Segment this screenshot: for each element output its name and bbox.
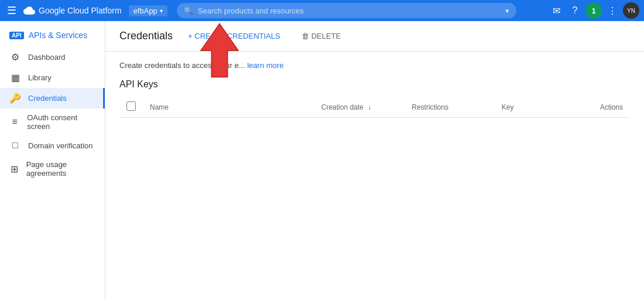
table-header-actions: Actions [593,97,630,118]
table-header-name: Name [143,97,314,118]
hamburger-icon[interactable]: ☰ [5,2,19,19]
api-keys-table: Name Creation date ↓ Restrictions Key Ac… [119,97,630,118]
table-header-row: Name Creation date ↓ Restrictions Key Ac… [119,97,630,118]
table-header-restrictions: Restrictions [405,97,494,118]
sidebar-item-label: Library [28,73,52,82]
api-badge: API [9,32,24,39]
search-bar[interactable]: 🔍 ▾ [177,3,516,18]
sidebar-item-page-usage[interactable]: ⊞ Page usage agreements [0,155,105,182]
sidebar-item-credentials[interactable]: 🔑 Credentials [0,88,105,108]
delete-button[interactable]: 🗑 DELETE [296,28,347,44]
project-selector[interactable]: efbApp ▾ [129,5,167,16]
project-chevron-icon: ▾ [160,8,163,14]
cloud-icon [23,5,35,16]
oauth-icon: ≡ [9,117,20,127]
avatar-initials: YN [627,8,635,14]
app-logo: Google Cloud Platform [23,5,122,16]
sidebar-item-label: Credentials [28,94,67,103]
logo-text: Google Cloud Platform [39,6,122,15]
project-name: efbApp [133,6,157,15]
sidebar-item-domain[interactable]: □ Domain verification [0,135,105,155]
sidebar: API APIs & Services ⚙ Dashboard ▦ Librar… [0,21,105,299]
library-icon: ▦ [9,72,21,83]
domain-icon: □ [9,140,21,151]
search-icon: 🔍 [184,6,193,15]
delete-icon: 🗑 [302,32,309,40]
sidebar-item-library[interactable]: ▦ Library [0,67,105,88]
main-body: Create credentials to access your e... l… [105,52,644,127]
sidebar-item-label: Page usage agreements [26,160,95,178]
info-text: Create credentials to access your e... l… [119,61,630,70]
notification-badge[interactable]: 1 [585,2,602,19]
search-input[interactable] [198,6,501,15]
select-all-checkbox[interactable] [126,101,136,111]
dashboard-icon: ⚙ [9,52,21,63]
create-credentials-button[interactable]: + CREATE CREDENTIALS [182,28,286,44]
sidebar-item-label: Dashboard [28,53,66,62]
notifications-button[interactable]: ✉ [548,2,564,19]
more-options-button[interactable]: ⋮ [604,2,621,19]
page-usage-icon: ⊞ [9,164,19,175]
page-title: Credentials [119,30,173,42]
main-content: Credentials + CREATE CREDENTIALS 🗑 DELET… [105,21,644,299]
sidebar-item-dashboard[interactable]: ⚙ Dashboard [0,47,105,67]
delete-label: DELETE [311,32,341,40]
main-header: Credentials + CREATE CREDENTIALS 🗑 DELET… [105,21,644,52]
section-title: API Keys [119,79,630,90]
sort-arrow-icon: ↓ [368,103,371,111]
main-layout: API APIs & Services ⚙ Dashboard ▦ Librar… [0,21,644,299]
sidebar-title: APIs & Services [29,30,87,40]
sidebar-item-oauth[interactable]: ≡ OAuth consent screen [0,108,105,135]
table-header-date[interactable]: Creation date ↓ [314,97,405,118]
search-chevron-icon: ▾ [505,6,509,15]
table-header-checkbox [119,97,143,118]
sidebar-item-label: OAuth consent screen [27,113,95,131]
topnav: ☰ Google Cloud Platform efbApp ▾ 🔍 ▾ ✉ ?… [0,0,644,21]
sidebar-header: API APIs & Services [0,26,105,47]
topnav-right-actions: ✉ ? 1 ⋮ YN [548,2,639,19]
sidebar-item-label: Domain verification [28,141,93,150]
learn-more-link[interactable]: learn more [247,61,283,70]
help-button[interactable]: ? [567,2,583,19]
table-header-key: Key [495,97,593,118]
user-avatar[interactable]: YN [623,2,639,19]
credentials-icon: 🔑 [9,93,21,104]
